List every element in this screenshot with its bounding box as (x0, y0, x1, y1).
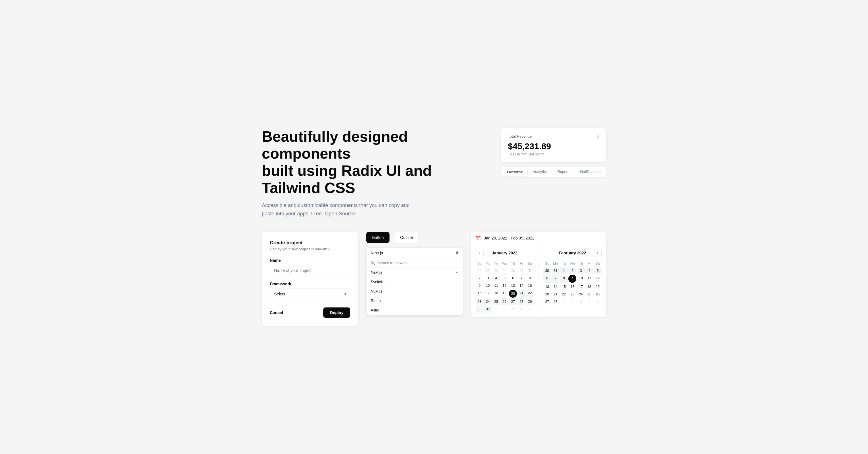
cal-day[interactable]: 15 (526, 282, 534, 289)
cal-day[interactable]: 31 (552, 267, 559, 274)
framework-select[interactable]: Select (270, 289, 350, 299)
cal-day[interactable]: 18 (585, 283, 593, 290)
cal-header-tu: Tu (560, 260, 568, 267)
cal-day[interactable]: 10 (577, 275, 585, 283)
cal-day[interactable]: 19 (501, 290, 508, 298)
cal-day[interactable]: 23 (476, 298, 484, 305)
cal-day[interactable]: 28 (492, 267, 500, 274)
cal-day[interactable]: 3 (509, 306, 517, 313)
cal-day[interactable]: 27 (484, 267, 492, 274)
cal-day[interactable]: 5 (526, 306, 534, 313)
cal-day[interactable]: 27 (543, 298, 551, 305)
cal-day[interactable]: 5 (594, 298, 601, 305)
cal-day[interactable]: 1 (560, 298, 568, 305)
cal-day[interactable]: 3 (484, 275, 492, 282)
cal-day[interactable]: 16 (568, 283, 577, 290)
cal-day[interactable]: 15 (560, 283, 568, 290)
cal-day[interactable]: 23 (568, 291, 577, 298)
cal-day[interactable]: 31 (518, 267, 525, 274)
cal-day[interactable]: 6 (543, 275, 551, 283)
cal-day[interactable]: 1 (560, 267, 568, 274)
cal-day[interactable]: 3 (577, 298, 585, 305)
cal-day[interactable]: 6 (509, 275, 517, 282)
prev-month-button[interactable]: ‹ (476, 249, 484, 257)
cal-day[interactable]: 5 (594, 267, 601, 274)
cal-day[interactable]: 27 (509, 298, 517, 305)
cal-day[interactable]: 10 (484, 282, 492, 289)
cal-day[interactable]: 21 (552, 291, 559, 298)
tab-reports[interactable]: Reports (553, 168, 575, 176)
cal-day[interactable]: 28 (552, 298, 559, 305)
cal-day[interactable]: 28 (518, 298, 525, 305)
cal-day[interactable]: 5 (501, 275, 508, 282)
project-name-input[interactable] (270, 265, 350, 276)
january-grid: Su Mo Tu We Th Fr Sa 26 27 28 29 30 31 (476, 260, 534, 313)
cal-day[interactable]: 24 (577, 291, 585, 298)
dropdown-item-nextjs[interactable]: Next.js ✓ (367, 267, 462, 277)
tab-notifications[interactable]: Notifications (576, 168, 605, 176)
cancel-button[interactable]: Cancel (270, 310, 283, 315)
cal-day[interactable]: 1 (492, 306, 500, 313)
cal-day[interactable]: 17 (484, 290, 492, 298)
cal-day[interactable]: 3 (577, 267, 585, 274)
dropdown-search-area: 🔍 (367, 258, 462, 267)
cal-day[interactable]: 14 (552, 283, 559, 290)
dropdown-item-nuxtjs[interactable]: Nuxt.js (367, 287, 462, 296)
cal-day[interactable]: 16 (476, 290, 484, 298)
cal-day[interactable]: 4 (585, 298, 593, 305)
cal-day[interactable]: 2 (476, 275, 484, 282)
dropdown-item-remix[interactable]: Remix (367, 296, 462, 305)
cal-day[interactable]: 4 (518, 306, 525, 313)
cal-day[interactable]: 21 (518, 290, 525, 298)
cal-day[interactable]: 20 (543, 291, 551, 298)
cal-day[interactable]: 22 (560, 291, 568, 298)
cal-day[interactable]: 30 (543, 267, 551, 274)
cal-day[interactable]: 2 (568, 298, 577, 305)
cal-day[interactable]: 8 (526, 275, 534, 282)
tab-analytics[interactable]: Analytics (528, 168, 552, 176)
outline-button[interactable]: Outline (394, 232, 419, 243)
primary-button[interactable]: Button (366, 232, 389, 243)
cal-day[interactable]: 14 (518, 282, 525, 289)
cal-day[interactable]: 9 (476, 282, 484, 289)
cal-day-range-end[interactable]: 9 (568, 275, 577, 283)
cal-day[interactable]: 8 (560, 275, 568, 283)
cal-day[interactable]: 17 (577, 283, 585, 290)
cal-day[interactable]: 1 (526, 267, 534, 274)
dropdown-item-astro[interactable]: Astro (367, 305, 462, 315)
cal-day[interactable]: 2 (501, 306, 508, 313)
deploy-button[interactable]: Deploy (323, 307, 350, 318)
date-range-input[interactable]: 📅 Jan 20, 2022 - Feb 09, 2022 (471, 232, 606, 245)
cal-day[interactable]: 26 (501, 298, 508, 305)
next-month-button[interactable]: › (594, 249, 601, 257)
cal-day[interactable]: 25 (585, 291, 593, 298)
cal-day[interactable]: 26 (594, 291, 601, 298)
cal-day[interactable]: 13 (509, 282, 517, 289)
cal-day[interactable]: 26 (476, 267, 484, 274)
cal-day[interactable]: 12 (501, 282, 508, 289)
dropdown-trigger[interactable]: Next.js ⇅ (367, 248, 462, 258)
cal-day[interactable]: 22 (526, 290, 534, 298)
cal-day[interactable]: 4 (585, 267, 593, 274)
cal-day[interactable]: 30 (509, 267, 517, 274)
cal-day[interactable]: 11 (492, 282, 500, 289)
cal-day[interactable]: 7 (518, 275, 525, 282)
cal-day[interactable]: 13 (543, 283, 551, 290)
cal-day-range-start[interactable]: 20 (509, 290, 517, 298)
cal-day[interactable]: 29 (501, 267, 508, 274)
cal-day[interactable]: 12 (594, 275, 601, 283)
framework-search-input[interactable] (377, 261, 458, 265)
cal-day[interactable]: 30 (476, 306, 484, 313)
cal-day[interactable]: 31 (484, 306, 492, 313)
cal-day[interactable]: 18 (492, 290, 500, 298)
tab-overview[interactable]: Overview (502, 168, 527, 176)
dropdown-item-sveltekit[interactable]: SvelteKit (367, 277, 462, 287)
cal-day[interactable]: 7 (552, 275, 559, 283)
cal-day[interactable]: 4 (492, 275, 500, 282)
cal-day[interactable]: 19 (594, 283, 601, 290)
cal-day[interactable]: 25 (492, 298, 500, 305)
cal-day[interactable]: 11 (585, 275, 593, 283)
cal-day[interactable]: 24 (484, 298, 492, 305)
cal-day[interactable]: 2 (568, 267, 577, 274)
cal-day[interactable]: 29 (526, 298, 534, 305)
